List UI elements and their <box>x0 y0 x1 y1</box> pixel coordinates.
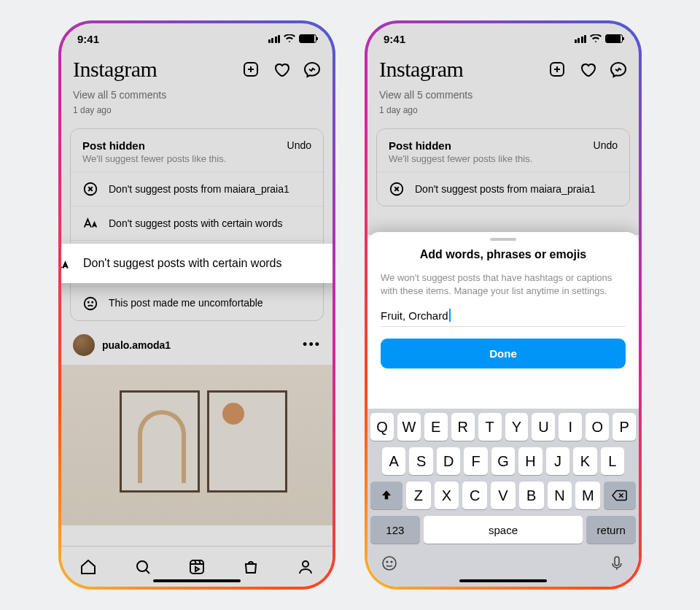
app-header: Instagram <box>368 54 639 89</box>
home-tab-icon[interactable] <box>79 558 97 576</box>
phone-right: 9:41 Instagram View all 5 comments 1 day… <box>365 20 642 590</box>
option-certain-words[interactable]: Don't suggest posts with certain words <box>71 206 323 240</box>
undo-button[interactable]: Undo <box>287 139 311 151</box>
numeric-key[interactable]: 123 <box>370 516 420 544</box>
key-k[interactable]: K <box>573 447 596 475</box>
key-t[interactable]: T <box>478 413 502 441</box>
status-bar: 9:41 <box>368 23 639 54</box>
ios-keyboard: Q W E R T Y U I O P A S D <box>368 409 639 587</box>
x-circle-icon <box>82 181 98 197</box>
post-timestamp: 1 day ago <box>73 105 321 115</box>
messenger-icon[interactable] <box>610 61 627 78</box>
option-uncomfortable[interactable]: This post made me uncomfortable <box>71 286 323 320</box>
key-i[interactable]: I <box>559 413 582 441</box>
svg-point-8 <box>303 561 308 567</box>
user-avatar[interactable] <box>73 334 95 356</box>
view-comments-link[interactable]: View all 5 comments <box>73 89 321 101</box>
option-label: Don't suggest posts with certain words <box>109 217 282 231</box>
instagram-logo: Instagram <box>379 57 463 82</box>
option-block-user[interactable]: Don't suggest posts from maiara_praia1 <box>71 171 323 206</box>
shop-tab-icon[interactable] <box>242 558 260 576</box>
key-x[interactable]: X <box>435 482 459 509</box>
more-icon[interactable]: ••• <box>303 337 321 352</box>
key-p[interactable]: P <box>612 413 636 441</box>
key-o[interactable]: O <box>586 413 609 441</box>
key-j[interactable]: J <box>546 447 569 475</box>
words-input[interactable]: Fruit, Orchard <box>381 309 626 327</box>
svg-point-3 <box>85 298 97 310</box>
words-input-value: Fruit, Orchard <box>381 309 448 322</box>
wifi-icon <box>284 34 295 43</box>
phone-left: 9:41 Instagram View all 5 comments 1 day… <box>58 20 335 590</box>
text-aa-icon <box>61 254 70 273</box>
key-l[interactable]: L <box>601 447 624 475</box>
hidden-subtitle: We'll suggest fewer posts like this. <box>82 153 287 164</box>
return-key[interactable]: return <box>586 516 636 544</box>
battery-icon <box>605 34 623 43</box>
post-image[interactable] <box>61 365 332 525</box>
key-v[interactable]: V <box>491 482 516 509</box>
feed-meta: View all 5 comments 1 day ago <box>368 89 639 115</box>
key-m[interactable]: M <box>575 482 600 509</box>
option-label: Don't suggest posts from maiara_praia1 <box>415 182 596 196</box>
signal-icon <box>268 35 281 43</box>
activity-heart-icon[interactable] <box>579 61 596 78</box>
key-u[interactable]: U <box>532 413 555 441</box>
view-comments-link[interactable]: View all 5 comments <box>379 89 627 101</box>
feed-meta: View all 5 comments 1 day ago <box>61 89 332 115</box>
key-w[interactable]: W <box>397 413 421 441</box>
reels-tab-icon[interactable] <box>188 558 206 576</box>
space-key[interactable]: space <box>424 516 583 544</box>
x-circle-icon <box>389 181 405 197</box>
key-h[interactable]: H <box>518 447 542 475</box>
key-s[interactable]: S <box>409 447 432 475</box>
option-block-user[interactable]: Don't suggest posts from maiara_praia1 <box>377 171 629 206</box>
svg-point-11 <box>383 557 396 570</box>
key-f[interactable]: F <box>464 447 487 475</box>
post-hidden-card: Post hidden We'll suggest fewer posts li… <box>376 128 630 206</box>
key-y[interactable]: Y <box>505 413 529 441</box>
profile-tab-icon[interactable] <box>297 558 314 576</box>
sheet-description: We won't suggest posts that have hashtag… <box>368 271 639 309</box>
next-post-header[interactable]: pualo.amoda1 ••• <box>61 321 332 356</box>
messenger-icon[interactable] <box>303 61 321 78</box>
done-button[interactable]: Done <box>381 339 626 368</box>
key-c[interactable]: C <box>462 482 487 509</box>
key-a[interactable]: A <box>382 447 405 475</box>
search-tab-icon[interactable] <box>134 558 152 576</box>
highlighted-option-certain-words[interactable]: Don't suggest posts with certain words <box>61 244 332 283</box>
svg-point-5 <box>92 301 93 302</box>
key-z[interactable]: Z <box>406 482 431 509</box>
status-time: 9:41 <box>77 33 99 45</box>
key-g[interactable]: G <box>491 447 515 475</box>
key-d[interactable]: D <box>437 447 460 475</box>
next-username[interactable]: pualo.amoda1 <box>102 339 303 351</box>
activity-heart-icon[interactable] <box>273 61 290 78</box>
mic-icon[interactable] <box>608 555 626 572</box>
svg-point-12 <box>386 561 388 563</box>
sad-face-icon <box>82 296 98 312</box>
option-label: This post made me uncomfortable <box>109 296 263 310</box>
key-n[interactable]: N <box>548 482 572 509</box>
new-post-icon[interactable] <box>242 61 260 78</box>
key-q[interactable]: Q <box>370 413 394 441</box>
svg-rect-14 <box>615 557 619 565</box>
status-time: 9:41 <box>384 33 405 45</box>
add-words-sheet: Add words, phrases or emojis We won't su… <box>368 232 639 587</box>
key-r[interactable]: R <box>451 413 475 441</box>
key-b[interactable]: B <box>519 482 544 509</box>
svg-point-6 <box>137 561 147 571</box>
new-post-icon[interactable] <box>548 61 566 78</box>
backspace-key[interactable] <box>604 482 636 509</box>
sheet-grabber[interactable] <box>490 238 516 241</box>
home-indicator <box>153 579 241 582</box>
emoji-icon[interactable] <box>381 555 398 572</box>
key-e[interactable]: E <box>424 413 448 441</box>
text-aa-icon <box>82 215 98 231</box>
shift-icon <box>380 489 393 502</box>
shift-key[interactable] <box>370 482 402 509</box>
option-label: Don't suggest posts from maiara_praia1 <box>109 182 289 196</box>
undo-button[interactable]: Undo <box>594 139 618 151</box>
post-hidden-card: Post hidden We'll suggest fewer posts li… <box>70 128 324 321</box>
svg-point-13 <box>391 561 392 563</box>
